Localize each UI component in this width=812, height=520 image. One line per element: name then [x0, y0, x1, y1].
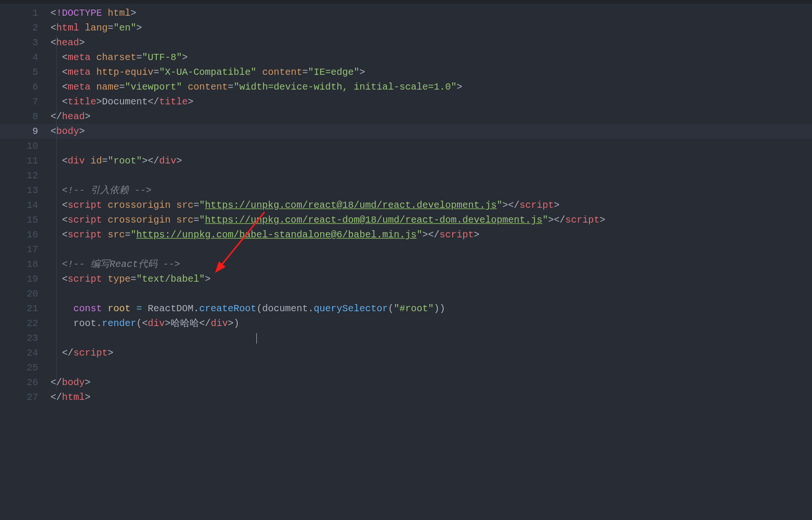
- line-number: 7: [0, 94, 51, 109]
- token: ></: [422, 229, 439, 240]
- token: script: [68, 200, 108, 211]
- code-content[interactable]: <!-- 引入依赖 -->: [51, 183, 812, 198]
- line-number: 8: [0, 109, 51, 124]
- line-number: 11: [0, 153, 51, 168]
- token: >: [176, 155, 182, 166]
- code-content[interactable]: </body>: [51, 375, 812, 390]
- token: )): [434, 303, 445, 314]
- code-line-9[interactable]: 9<body>: [0, 124, 812, 139]
- token: https://unpkg.com/react-dom@18/umd/react…: [205, 214, 542, 225]
- line-number: 6: [0, 80, 51, 94]
- token: html: [56, 22, 85, 33]
- code-editor[interactable]: 1<!DOCTYPE html>2<html lang="en">3<head>…: [0, 0, 812, 520]
- code-content[interactable]: <title>Document</title>: [51, 94, 812, 109]
- code-content[interactable]: <meta http-equiv="X-UA-Compatible" conte…: [51, 65, 812, 80]
- line-number: 25: [0, 360, 51, 375]
- code-line-14[interactable]: 14 <script crossorigin src="https://unpk…: [0, 198, 812, 213]
- token: =: [125, 229, 131, 240]
- code-line-19[interactable]: 19 <script type="text/babel">: [0, 272, 812, 286]
- code-content[interactable]: </html>: [51, 390, 812, 405]
- code-line-18[interactable]: 18 <!-- 编写React代码 -->: [0, 257, 812, 272]
- code-line-17[interactable]: 17: [0, 242, 812, 257]
- code-content[interactable]: <script type="text/babel">: [51, 272, 812, 286]
- token: script: [68, 274, 108, 285]
- token: >: [182, 52, 188, 63]
- token: !DOCTYPE: [56, 8, 108, 19]
- code-content[interactable]: <div id="root"></div>: [51, 153, 812, 168]
- code-content[interactable]: <!-- 编写React代码 -->: [51, 257, 812, 272]
- token: "viewport": [125, 82, 188, 92]
- token: "text/babel": [136, 274, 205, 285]
- code-content[interactable]: [51, 360, 812, 375]
- code-area[interactable]: 1<!DOCTYPE html>2<html lang="en">3<head>…: [0, 4, 812, 405]
- token: div: [159, 155, 176, 166]
- code-line-10[interactable]: 10: [0, 139, 812, 153]
- code-line-13[interactable]: 13 <!-- 引入依赖 -->: [0, 183, 812, 198]
- code-content[interactable]: <script crossorigin src="https://unpkg.c…: [51, 213, 812, 227]
- token: head: [56, 37, 79, 48]
- token: =: [136, 303, 148, 314]
- code-line-24[interactable]: 24 </script>: [0, 346, 812, 360]
- code-line-2[interactable]: 2<html lang="en">: [0, 20, 812, 35]
- code-content[interactable]: <html lang="en">: [51, 20, 812, 35]
- token: >: [96, 96, 102, 107]
- code-content[interactable]: root.render(<div>哈哈哈</div>): [51, 316, 812, 331]
- token: >: [79, 37, 85, 48]
- token: <: [51, 214, 68, 225]
- code-line-12[interactable]: 12: [0, 168, 812, 183]
- code-line-23[interactable]: 23: [0, 331, 812, 346]
- code-content[interactable]: [51, 139, 812, 153]
- token: ></: [502, 200, 519, 211]
- code-line-3[interactable]: 3<head>: [0, 35, 812, 50]
- code-line-5[interactable]: 5 <meta http-equiv="X-UA-Compatible" con…: [0, 65, 812, 80]
- code-content[interactable]: const root = ReactDOM.createRoot(documen…: [51, 301, 812, 316]
- code-content[interactable]: [51, 286, 812, 301]
- token: =: [102, 155, 108, 166]
- token: >: [474, 229, 479, 240]
- code-line-7[interactable]: 7 <title>Document</title>: [0, 94, 812, 109]
- code-line-27[interactable]: 27</html>: [0, 390, 812, 405]
- token: =: [131, 274, 136, 285]
- token: >: [359, 67, 365, 78]
- code-content[interactable]: <script src="https://unpkg.com/babel-sta…: [51, 227, 812, 242]
- token: document: [262, 303, 308, 314]
- token: "X-UA-Compatible": [159, 67, 262, 78]
- code-line-20[interactable]: 20: [0, 286, 812, 301]
- code-line-26[interactable]: 26</body>: [0, 375, 812, 390]
- code-content[interactable]: <head>: [51, 35, 812, 50]
- code-content[interactable]: [51, 331, 812, 346]
- token: >: [165, 318, 171, 329]
- token: <: [51, 67, 68, 78]
- code-content[interactable]: </head>: [51, 109, 812, 124]
- code-content[interactable]: <script crossorigin src="https://unpkg.c…: [51, 198, 812, 213]
- token: ": [497, 200, 502, 211]
- code-line-21[interactable]: 21 const root = ReactDOM.createRoot(docu…: [0, 301, 812, 316]
- code-line-16[interactable]: 16 <script src="https://unpkg.com/babel-…: [0, 227, 812, 242]
- token: render: [102, 318, 136, 329]
- code-line-1[interactable]: 1<!DOCTYPE html>: [0, 6, 812, 20]
- code-line-6[interactable]: 6 <meta name="viewport" content="width=d…: [0, 80, 812, 94]
- token: https://unpkg.com/react@18/umd/react.dev…: [205, 200, 497, 211]
- token: "en": [113, 22, 136, 33]
- token: charset: [96, 52, 136, 63]
- token: =: [193, 214, 199, 225]
- line-number: 10: [0, 139, 51, 153]
- code-content[interactable]: <meta name="viewport" content="width=dev…: [51, 80, 812, 94]
- token: [51, 303, 73, 314]
- code-line-15[interactable]: 15 <script crossorigin src="https://unpk…: [0, 213, 812, 227]
- code-content[interactable]: <body>: [51, 124, 812, 139]
- code-line-11[interactable]: 11 <div id="root"></div>: [0, 153, 812, 168]
- code-line-22[interactable]: 22 root.render(<div>哈哈哈</div>): [0, 316, 812, 331]
- code-content[interactable]: [51, 242, 812, 257]
- code-content[interactable]: <meta charset="UTF-8">: [51, 50, 812, 65]
- code-line-4[interactable]: 4 <meta charset="UTF-8">: [0, 50, 812, 65]
- code-line-25[interactable]: 25: [0, 360, 812, 375]
- token: <: [51, 155, 68, 166]
- breadcrumb-bar: [0, 0, 812, 4]
- code-content[interactable]: [51, 168, 812, 183]
- line-number: 2: [0, 20, 51, 35]
- code-content[interactable]: <!DOCTYPE html>: [51, 6, 812, 20]
- code-content[interactable]: </script>: [51, 346, 812, 360]
- code-line-8[interactable]: 8</head>: [0, 109, 812, 124]
- line-number: 20: [0, 286, 51, 301]
